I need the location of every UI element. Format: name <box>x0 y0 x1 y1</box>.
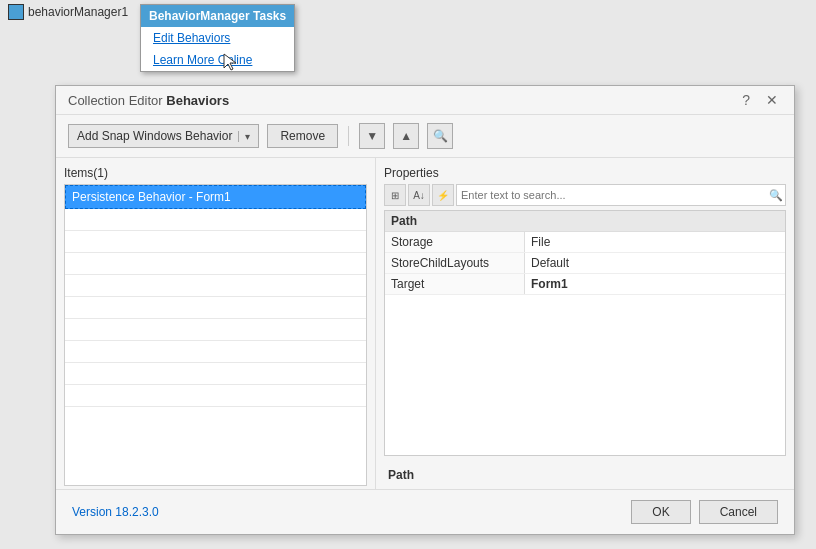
prop-row-storage: Storage File <box>385 232 785 253</box>
help-button[interactable]: ? <box>738 92 754 108</box>
prop-row-store-child: StoreChildLayouts Default <box>385 253 785 274</box>
path-description: Path <box>384 464 786 486</box>
close-button[interactable]: ✕ <box>762 92 782 108</box>
footer-buttons: OK Cancel <box>631 500 778 524</box>
version-text: Version 18.2.3.0 <box>72 505 159 519</box>
prop-name-store-child: StoreChildLayouts <box>385 253 525 273</box>
app-background: behaviorManager1 BehaviorManager Tasks E… <box>0 0 816 549</box>
list-item-selected[interactable]: Persistence Behavior - Form1 <box>65 185 366 209</box>
list-item-5 <box>65 275 366 297</box>
list-item-8 <box>65 341 366 363</box>
ok-button[interactable]: OK <box>631 500 690 524</box>
context-menu-header: BehaviorManager Tasks <box>141 5 294 27</box>
properties-table: Path Storage File StoreChildLayouts Defa… <box>384 210 786 456</box>
dialog-title-prefix: Collection Editor <box>68 93 163 108</box>
move-down-button[interactable]: ▼ <box>359 123 385 149</box>
remove-button[interactable]: Remove <box>267 124 338 148</box>
list-item-6 <box>65 297 366 319</box>
prop-section-path: Path <box>385 211 785 232</box>
move-up-icon: ▲ <box>400 129 412 143</box>
prop-row-target: Target Form1 <box>385 274 785 295</box>
behavior-manager-item: behaviorManager1 <box>8 4 128 20</box>
top-bar: behaviorManager1 <box>0 0 136 24</box>
add-behavior-button[interactable]: Add Snap Windows Behavior ▾ <box>68 124 259 148</box>
properties-view-btn-3[interactable]: ⚡ <box>432 184 454 206</box>
collection-editor-dialog: Collection Editor Behaviors ? ✕ Add Snap… <box>55 85 795 535</box>
search-button[interactable]: 🔍 <box>427 123 453 149</box>
properties-label: Properties <box>384 166 786 180</box>
properties-sort-icon: A↓ <box>413 190 425 201</box>
list-item-4 <box>65 253 366 275</box>
prop-value-storage: File <box>525 232 785 252</box>
prop-name-storage: Storage <box>385 232 525 252</box>
list-item-2 <box>65 209 366 231</box>
context-menu: BehaviorManager Tasks Edit Behaviors Lea… <box>140 4 295 72</box>
dialog-content: Items(1) Persistence Behavior - Form1 Pr… <box>56 158 794 494</box>
add-behavior-label: Add Snap Windows Behavior <box>77 129 232 143</box>
prop-value-store-child: Default <box>525 253 785 273</box>
search-box: 🔍 <box>456 184 786 206</box>
dropdown-arrow-icon: ▾ <box>238 131 250 142</box>
dialog-controls: ? ✕ <box>738 92 782 108</box>
dialog-title: Collection Editor Behaviors <box>68 93 229 108</box>
prop-name-target: Target <box>385 274 525 294</box>
left-panel: Items(1) Persistence Behavior - Form1 <box>56 158 376 494</box>
cancel-button[interactable]: Cancel <box>699 500 778 524</box>
properties-bolt-icon: ⚡ <box>437 190 449 201</box>
dialog-title-bold: Behaviors <box>166 93 229 108</box>
properties-search-input[interactable] <box>461 189 781 201</box>
dialog-toolbar: Add Snap Windows Behavior ▾ Remove ▼ ▲ 🔍 <box>56 115 794 158</box>
dialog-footer: Version 18.2.3.0 OK Cancel <box>56 489 794 534</box>
prop-value-target: Form1 <box>525 274 785 294</box>
properties-view-btn-2[interactable]: A↓ <box>408 184 430 206</box>
properties-view-btn-1[interactable]: ⊞ <box>384 184 406 206</box>
properties-search-icon: 🔍 <box>769 189 783 202</box>
list-item-3 <box>65 231 366 253</box>
properties-view-icon-1: ⊞ <box>391 190 399 201</box>
behavior-manager-icon <box>8 4 24 20</box>
list-item-9 <box>65 363 366 385</box>
search-icon: 🔍 <box>433 129 448 143</box>
toolbar-separator <box>348 126 349 146</box>
move-up-button[interactable]: ▲ <box>393 123 419 149</box>
context-menu-item-edit[interactable]: Edit Behaviors <box>141 27 294 49</box>
list-item-7 <box>65 319 366 341</box>
right-panel: Properties ⊞ A↓ ⚡ 🔍 <box>376 158 794 494</box>
behavior-manager-label: behaviorManager1 <box>28 5 128 19</box>
properties-toolbar: ⊞ A↓ ⚡ 🔍 <box>384 184 786 206</box>
dialog-titlebar: Collection Editor Behaviors ? ✕ <box>56 86 794 115</box>
move-down-icon: ▼ <box>366 129 378 143</box>
items-label: Items(1) <box>64 166 367 180</box>
items-list: Persistence Behavior - Form1 <box>64 184 367 486</box>
list-item-10 <box>65 385 366 407</box>
context-menu-item-learn[interactable]: Learn More Online <box>141 49 294 71</box>
